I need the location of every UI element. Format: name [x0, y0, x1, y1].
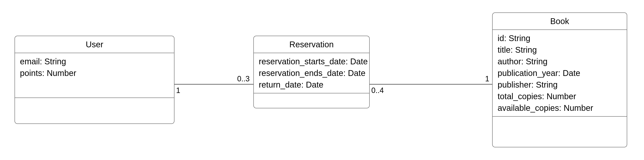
attr-line: title: String [498, 44, 622, 56]
class-book: Book id: String title: String author: St… [492, 12, 627, 147]
class-user: User email: String points: Number [14, 36, 174, 124]
mult-reservation-right: 0..4 [371, 87, 384, 94]
class-user-ops [15, 98, 174, 116]
class-book-title: Book [492, 13, 627, 30]
assoc-reservation-book [370, 84, 492, 84]
attr-line: points: Number [20, 67, 169, 79]
attr-line: reservation_ends_date: Date [259, 67, 364, 79]
class-user-title: User [15, 36, 174, 53]
class-reservation-attrs: reservation_starts_date: Date reservatio… [254, 53, 369, 94]
class-reservation-ops [254, 94, 369, 108]
attr-line: total_copies: Number [498, 90, 622, 102]
mult-reservation-left: 0..3 [237, 75, 250, 82]
uml-canvas: User email: String points: Number Reserv… [0, 0, 644, 160]
assoc-user-reservation [174, 84, 253, 84]
class-book-attrs: id: String title: String author: String … [492, 30, 627, 117]
attr-line: id: String [498, 32, 622, 44]
attr-line: publisher: String [498, 79, 622, 90]
mult-book-side: 1 [485, 75, 489, 82]
class-user-attrs: email: String points: Number [15, 53, 174, 98]
attr-line: reservation_starts_date: Date [259, 56, 364, 67]
mult-user-side: 1 [176, 87, 180, 94]
attr-line: email: String [20, 56, 169, 67]
class-reservation: Reservation reservation_starts_date: Dat… [253, 36, 370, 108]
attr-line: available_copies: Number [498, 102, 622, 114]
attr-line: return_date: Date [259, 79, 364, 90]
class-reservation-title: Reservation [254, 36, 369, 53]
attr-line: author: String [498, 56, 622, 67]
class-book-ops [492, 117, 627, 134]
attr-line: publication_year: Date [498, 67, 622, 79]
